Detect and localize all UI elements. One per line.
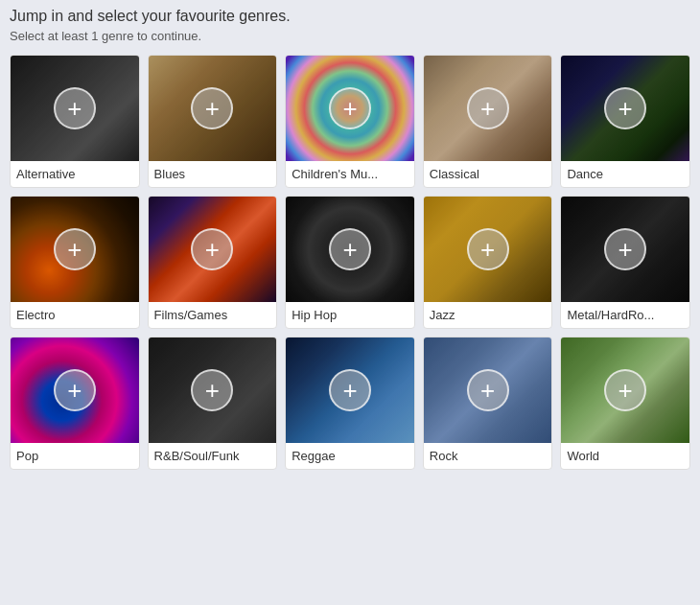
genre-card-rock[interactable]: +Rock	[423, 337, 553, 470]
genre-overlay-alternative: +	[11, 56, 139, 161]
genre-card-pop[interactable]: +Pop	[10, 337, 140, 470]
plus-button-dance[interactable]: +	[604, 87, 646, 129]
plus-button-hip-hop[interactable]: +	[329, 228, 371, 270]
page-subtitle: Select at least 1 genre to continue.	[10, 29, 690, 43]
genre-card-jazz[interactable]: +Jazz	[423, 196, 553, 329]
genre-label-rock: Rock	[424, 443, 552, 469]
genre-overlay-world: +	[561, 337, 689, 443]
plus-button-reggae[interactable]: +	[329, 369, 371, 411]
genre-image-reggae: +	[286, 337, 414, 443]
genre-card-hip-hop[interactable]: +Hip Hop	[285, 196, 415, 329]
genre-card-world[interactable]: +World	[560, 337, 690, 470]
genre-overlay-metal: +	[561, 197, 689, 302]
genre-image-blues: +	[149, 56, 277, 161]
genre-overlay-reggae: +	[286, 337, 414, 443]
genre-overlay-rnb: +	[149, 337, 277, 443]
genre-overlay-rock: +	[424, 337, 552, 443]
genre-label-alternative: Alternative	[11, 161, 139, 187]
genre-label-hip-hop: Hip Hop	[286, 302, 414, 328]
genre-image-metal: +	[561, 197, 689, 302]
genre-label-classical: Classical	[424, 161, 552, 187]
genre-label-childrens: Children's Mu...	[286, 161, 414, 187]
plus-button-pop[interactable]: +	[54, 369, 96, 411]
genre-label-blues: Blues	[149, 161, 277, 187]
genre-card-electro[interactable]: +Electro	[10, 196, 140, 329]
plus-button-childrens[interactable]: +	[329, 87, 371, 129]
plus-button-metal[interactable]: +	[604, 228, 646, 270]
genre-overlay-childrens: +	[286, 56, 414, 161]
plus-button-blues[interactable]: +	[191, 87, 233, 129]
genre-overlay-classical: +	[424, 56, 552, 161]
genre-label-pop: Pop	[11, 443, 139, 469]
genre-card-blues[interactable]: +Blues	[148, 55, 278, 188]
genre-card-dance[interactable]: +Dance	[560, 55, 690, 188]
genre-image-electro: +	[11, 197, 139, 302]
genre-overlay-jazz: +	[424, 197, 552, 302]
genre-card-childrens[interactable]: +Children's Mu...	[285, 55, 415, 188]
genre-label-rnb: R&B/Soul/Funk	[149, 443, 277, 469]
genre-overlay-dance: +	[561, 56, 689, 161]
genre-label-reggae: Reggae	[286, 443, 414, 469]
genre-label-jazz: Jazz	[424, 302, 552, 328]
genre-image-rnb: +	[149, 337, 277, 443]
plus-button-rnb[interactable]: +	[191, 369, 233, 411]
genre-image-jazz: +	[424, 197, 552, 302]
genre-image-rock: +	[424, 337, 552, 443]
genre-image-childrens: +	[286, 56, 414, 161]
genre-image-world: +	[561, 337, 689, 443]
genre-card-metal[interactable]: +Metal/HardRo...	[560, 196, 690, 329]
genre-label-dance: Dance	[561, 161, 689, 187]
plus-button-world[interactable]: +	[604, 369, 646, 411]
genre-image-alternative: +	[11, 56, 139, 161]
genre-image-pop: +	[11, 337, 139, 443]
plus-button-electro[interactable]: +	[54, 228, 96, 270]
plus-button-jazz[interactable]: +	[467, 228, 509, 270]
genre-card-alternative[interactable]: +Alternative	[10, 55, 140, 188]
genre-image-hip-hop: +	[286, 197, 414, 302]
plus-button-rock[interactable]: +	[467, 369, 509, 411]
genre-card-films-games[interactable]: +Films/Games	[148, 196, 278, 329]
page-title: Jump in and select your favourite genres…	[10, 8, 690, 25]
genre-image-classical: +	[424, 56, 552, 161]
genre-card-classical[interactable]: +Classical	[423, 55, 553, 188]
genre-image-films-games: +	[149, 197, 277, 302]
genre-label-metal: Metal/HardRo...	[561, 302, 689, 328]
genre-card-reggae[interactable]: +Reggae	[285, 337, 415, 470]
plus-button-classical[interactable]: +	[467, 87, 509, 129]
genre-image-dance: +	[561, 56, 689, 161]
genre-overlay-blues: +	[149, 56, 277, 161]
genre-overlay-hip-hop: +	[286, 197, 414, 302]
page-container: Jump in and select your favourite genres…	[0, 0, 700, 479]
genre-label-world: World	[561, 443, 689, 469]
genre-overlay-films-games: +	[149, 197, 277, 302]
genre-overlay-pop: +	[11, 337, 139, 443]
genre-label-electro: Electro	[11, 302, 139, 328]
genre-card-rnb[interactable]: +R&B/Soul/Funk	[148, 337, 278, 470]
plus-button-alternative[interactable]: +	[54, 87, 96, 129]
genre-overlay-electro: +	[11, 197, 139, 302]
genre-label-films-games: Films/Games	[149, 302, 277, 328]
genre-grid: +Alternative+Blues+Children's Mu...+Clas…	[10, 55, 690, 470]
plus-button-films-games[interactable]: +	[191, 228, 233, 270]
